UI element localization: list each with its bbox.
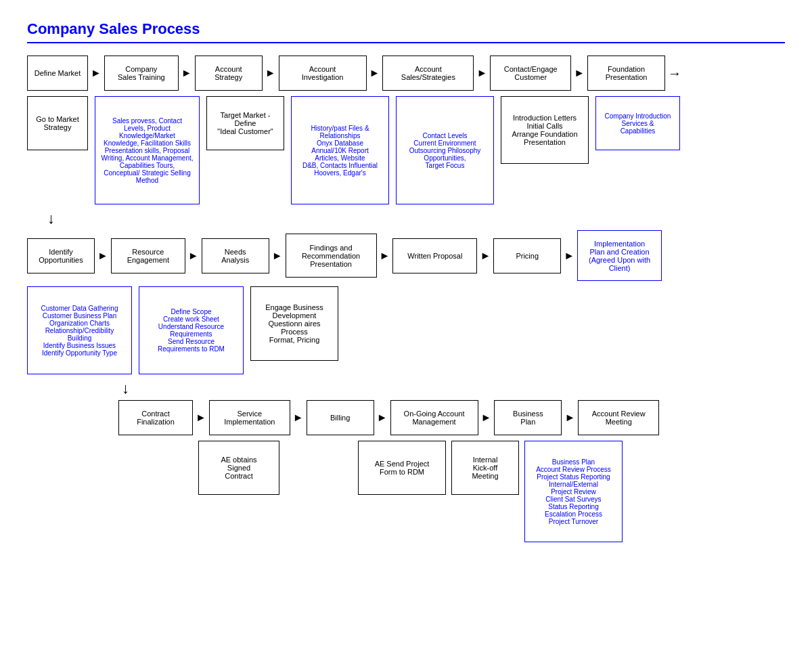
arrow11: ► <box>477 250 493 262</box>
box-implementation-plan: ImplementationPlan and Creation(Agreed U… <box>577 230 662 281</box>
box-account-strategy: AccountStrategy <box>195 56 263 91</box>
page-title: Company Sales Process <box>27 20 785 38</box>
arrow-down-row4: ↓ <box>27 380 785 397</box>
box-contact-levels: Contact LevelsCurrent EnvironmentOutsour… <box>396 96 494 204</box>
arrow14: ► <box>290 412 307 424</box>
flowchart: Define Market ► CompanySales Training ► … <box>27 56 785 542</box>
box-ae-obtains: AE obtainsSignedContract <box>198 441 279 495</box>
box-business-plan: BusinessPlan <box>494 400 562 435</box>
box-history-files: History/past Files &RelationshipsOnyx Da… <box>291 96 389 204</box>
row2: Go to MarketStrategy Sales provess, Cont… <box>27 96 785 204</box>
box-business-plan-details: Business PlanAccount Review ProcessProje… <box>524 441 623 542</box>
box-account-review-meeting: Account ReviewMeeting <box>578 400 659 435</box>
arrow15: ► <box>374 412 390 424</box>
box-findings-recommendation: Findings andRecommendationPresentation <box>286 234 377 278</box>
box-define-market: Define Market <box>27 56 88 91</box>
box-internal-kickoff: InternalKick-offMeeting <box>451 441 519 495</box>
row4: ContractFinalization ► ServiceImplementa… <box>27 400 785 435</box>
box-define-scope: Define ScopeCreate work SheetUnderstand … <box>139 286 244 374</box>
arrow2: ► <box>179 67 195 79</box>
box-written-proposal: Written Proposal <box>392 238 477 273</box>
arrow7: ► <box>95 250 111 262</box>
box-foundation-presentation: FoundationPresentation <box>587 56 665 91</box>
box-company-intro-services: Company IntroductionServices &Capabiliti… <box>595 96 680 150</box>
arrow1: ► <box>88 67 104 79</box>
arrow3: ► <box>263 67 279 79</box>
box-ongoing-account: On-Going AccountManagement <box>390 400 478 435</box>
box-go-to-market: Go to MarketStrategy <box>27 96 88 150</box>
box-service-implementation: ServiceImplementation <box>209 400 290 435</box>
arrow16: ► <box>478 412 495 424</box>
box-company-sales-training: CompanySales Training <box>104 56 179 91</box>
row3: IdentifyOpportunities ► ResourceEngageme… <box>27 230 785 281</box>
arrow12: ► <box>561 250 577 262</box>
arrow6: ► <box>571 67 587 79</box>
arrow10: ► <box>377 250 393 262</box>
box-contract-finalization: ContractFinalization <box>118 400 193 435</box>
box-target-market: Target Market -Define"Ideal Customer" <box>206 96 284 150</box>
arrow4: ► <box>367 67 383 79</box>
box-billing: Billing <box>307 400 374 435</box>
row1: Define Market ► CompanySales Training ► … <box>27 56 785 91</box>
box-customer-data: Customer Data GatheringCustomer Business… <box>27 286 132 374</box>
row3-sub: Customer Data GatheringCustomer Business… <box>27 286 785 374</box>
box-intro-letters: Introduction LettersInitial CallsArrange… <box>501 96 589 164</box>
box-identify-opportunities: IdentifyOpportunities <box>27 238 95 273</box>
arrow13: ► <box>193 412 209 424</box>
box-account-sales-strategies: AccountSales/Strategies <box>382 56 474 91</box>
box-account-investigation: AccountInvestigation <box>279 56 367 91</box>
divider <box>27 42 785 43</box>
box-sales-training-details: Sales provess, Contact Levels, Product K… <box>95 96 200 204</box>
box-ae-send-project: AE Send ProjectForm to RDM <box>358 441 446 495</box>
arrow-down-row3: ↓ <box>27 210 785 227</box>
arrow5: ► <box>474 67 490 79</box>
arrow8: ► <box>185 250 202 262</box>
corner-arrow-right: → <box>665 66 681 81</box>
box-resource-engagement: ResourceEngagement <box>111 238 185 273</box>
row4-sub: AE obtainsSignedContract AE Send Project… <box>27 441 785 542</box>
box-contact-engage: Contact/EngageCustomer <box>490 56 571 91</box>
arrow9: ► <box>269 250 286 262</box>
arrow17: ► <box>562 412 578 424</box>
box-engage-business: Engage BusinessDevelopmentQuestionn aire… <box>250 286 338 361</box>
box-needs-analysis: NeedsAnalysis <box>202 238 269 273</box>
box-pricing: Pricing <box>493 238 561 273</box>
